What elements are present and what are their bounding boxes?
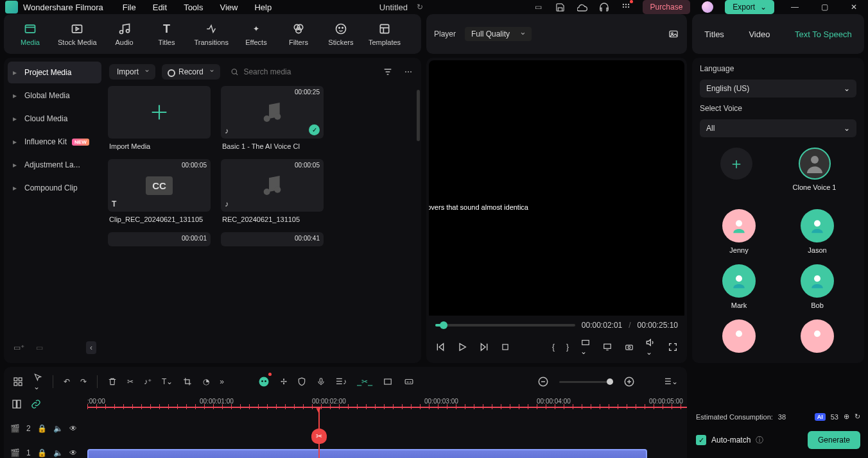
account-avatar[interactable] <box>702 1 713 13</box>
help-icon[interactable]: ⓘ <box>756 435 763 446</box>
display-icon[interactable] <box>602 343 612 352</box>
voice-mark[interactable]: Mark <box>706 264 772 309</box>
tracks-icon[interactable]: ☰♪ <box>336 377 347 386</box>
tl-cursor-icon[interactable]: ⌄ <box>33 372 42 391</box>
music-edit-icon[interactable]: ♪⁺ <box>144 377 152 386</box>
seek-bar[interactable] <box>435 324 575 327</box>
snapshot-icon[interactable] <box>668 28 679 40</box>
camera-icon[interactable] <box>624 343 634 352</box>
rtab-titles[interactable]: Titles <box>700 23 728 46</box>
new-bin-icon[interactable]: ▭ <box>33 342 45 353</box>
zoom-out-icon[interactable] <box>537 376 549 387</box>
eye-icon[interactable]: 👁 <box>69 448 77 457</box>
tab-stock-media[interactable]: Stock Media <box>53 18 102 50</box>
list-view-icon[interactable]: ☰⌄ <box>664 377 678 386</box>
link-icon[interactable] <box>31 399 41 409</box>
voice-extra2[interactable] <box>785 319 850 353</box>
rtab-tts[interactable]: Text To Speech <box>791 23 856 46</box>
more-icon[interactable]: ⋯ <box>402 65 415 79</box>
cloud-icon[interactable] <box>577 2 587 12</box>
text-edit-icon[interactable]: T⌄ <box>162 377 173 386</box>
shield-icon[interactable] <box>297 377 306 387</box>
ratio-icon[interactable]: ⌄ <box>580 338 591 356</box>
sidebar-project-media[interactable]: ▸Project Media <box>8 62 101 83</box>
stop-icon[interactable] <box>501 343 510 352</box>
ai-bot-icon[interactable] <box>257 375 270 388</box>
headphones-icon[interactable] <box>599 2 609 12</box>
timeline-layout-icon[interactable] <box>12 399 22 409</box>
volume-icon[interactable]: ⌄ <box>646 337 656 357</box>
track-head-t2[interactable]: 🎬2 🔒 🔈 👁 <box>4 424 87 433</box>
apps-icon[interactable] <box>621 2 631 12</box>
tab-transitions[interactable]: Transitions <box>189 18 234 50</box>
mark-out-icon[interactable]: } <box>566 343 569 352</box>
collapse-sidebar[interactable]: ‹ <box>86 341 96 354</box>
search-input[interactable] <box>243 67 370 76</box>
tab-media[interactable]: Media <box>10 18 50 50</box>
delete-icon[interactable] <box>108 377 117 387</box>
sidebar-compound-clip[interactable]: ▸Compound Clip <box>8 177 101 199</box>
track-head-v1[interactable]: 🎬1 🔒 🔈 👁 Video 1 <box>4 448 87 459</box>
card-extra2[interactable]: 00:00:41 <box>221 232 324 246</box>
tl-layout-icon[interactable] <box>13 377 23 387</box>
device-icon[interactable]: ▭ <box>534 2 544 12</box>
zoom-slider[interactable] <box>559 381 613 383</box>
window-close[interactable]: ✕ <box>845 3 863 12</box>
prev-frame-icon[interactable] <box>435 342 446 352</box>
window-maximize[interactable]: ▢ <box>815 3 833 12</box>
generate-button[interactable]: Generate <box>808 431 860 449</box>
new-folder-icon[interactable]: ▭⁺ <box>13 342 24 353</box>
ai-cut-icon[interactable]: ⎯✂⎯ <box>357 377 372 386</box>
card-extra1[interactable]: 00:00:01 <box>108 232 211 246</box>
lock-icon[interactable]: 🔒 <box>37 424 47 433</box>
crop-icon[interactable] <box>183 377 193 387</box>
next-frame-icon[interactable] <box>479 342 489 352</box>
split-icon[interactable]: ✂ <box>127 377 134 386</box>
fullscreen-icon[interactable] <box>668 342 678 352</box>
mark-in-icon[interactable]: { <box>552 343 555 352</box>
tab-templates[interactable]: Templates <box>363 18 406 50</box>
sidebar-cloud-media[interactable]: ▸Cloud Media <box>8 108 101 130</box>
automatch-checkbox[interactable]: ✓ <box>696 435 706 445</box>
media-scrollbar[interactable] <box>417 90 420 141</box>
rtab-video[interactable]: Video <box>745 23 774 46</box>
export-button[interactable]: Export⌄ <box>725 0 774 14</box>
refresh-credits-icon[interactable]: ↻ <box>855 412 860 421</box>
time-ruler[interactable]: :00:00 00:00:01:00 00:00:02:00 00:00:03:… <box>87 396 687 414</box>
purchase-button[interactable]: Purchase <box>643 0 691 14</box>
redo-icon[interactable]: ↷ <box>80 377 87 386</box>
search-media[interactable] <box>227 67 374 76</box>
mic-icon[interactable] <box>317 377 326 387</box>
voice-filter-dropdown[interactable]: All⌄ <box>700 119 856 137</box>
lock-icon[interactable]: 🔒 <box>37 448 47 457</box>
selected-voice[interactable]: Clone Voice 1 <box>793 148 837 191</box>
language-dropdown[interactable]: English (US)⌄ <box>700 80 856 98</box>
card-basic1[interactable]: 00:00:25 ♪ ✓ Basic 1 - The AI Voice Cl <box>221 86 324 150</box>
refresh-icon[interactable]: ↻ <box>414 1 426 13</box>
frame-icon[interactable] <box>383 377 393 386</box>
voice-extra1[interactable] <box>706 319 772 353</box>
add-voice[interactable]: ＋ <box>720 148 752 191</box>
tab-stickers[interactable]: Stickers <box>321 18 361 50</box>
doc-title[interactable]: Untitled <box>379 3 408 12</box>
tab-audio[interactable]: Audio <box>105 18 144 50</box>
mute-icon[interactable]: 🔈 <box>53 448 63 457</box>
menu-view[interactable]: View <box>220 3 238 12</box>
menu-edit[interactable]: Edit <box>153 3 167 12</box>
tab-effects[interactable]: ✦Effects <box>236 18 276 50</box>
card-cliprec[interactable]: 00:00:05 CC T Clip_REC_20240621_131105 <box>108 159 211 223</box>
filter-icon[interactable] <box>380 64 395 80</box>
player-canvas[interactable]: eplicas. This feature enables users to g… <box>429 60 684 316</box>
tab-filters[interactable]: Filters <box>279 18 318 50</box>
mute-icon[interactable]: 🔈 <box>53 424 63 433</box>
voice-jenny[interactable]: Jenny <box>706 209 772 254</box>
menu-file[interactable]: File <box>123 3 136 12</box>
voice-jason[interactable]: Jason <box>785 209 850 254</box>
menu-tools[interactable]: Tools <box>184 3 203 12</box>
caption-icon[interactable] <box>403 377 415 386</box>
tab-titles[interactable]: TTitles <box>147 18 187 50</box>
voice-bob[interactable]: Bob <box>785 264 850 309</box>
card-import[interactable]: Import Media <box>108 86 211 150</box>
undo-icon[interactable]: ↶ <box>64 377 70 386</box>
sidebar-adjustment-layer[interactable]: ▸Adjustment La... <box>8 154 101 176</box>
